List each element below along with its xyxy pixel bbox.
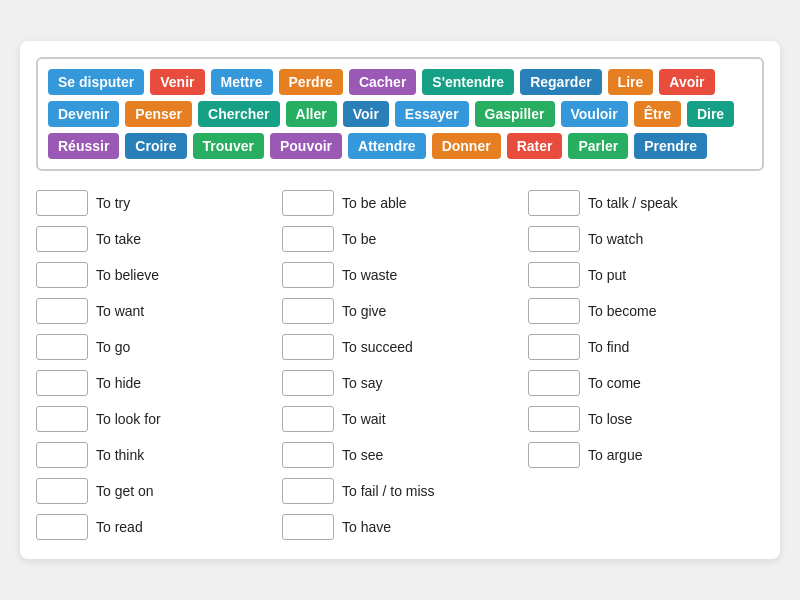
match-label: To have bbox=[342, 519, 391, 535]
match-row: To wait bbox=[282, 403, 518, 435]
drop-box[interactable] bbox=[528, 442, 580, 468]
word-chip[interactable]: Se disputer bbox=[48, 69, 144, 95]
word-chip[interactable]: Venir bbox=[150, 69, 204, 95]
word-chip[interactable]: Avoir bbox=[659, 69, 714, 95]
match-row: To give bbox=[282, 295, 518, 327]
drop-box[interactable] bbox=[528, 406, 580, 432]
word-chip[interactable]: Rater bbox=[507, 133, 563, 159]
word-chip[interactable]: Penser bbox=[125, 101, 192, 127]
word-chip[interactable]: Cacher bbox=[349, 69, 416, 95]
drop-box[interactable] bbox=[36, 334, 88, 360]
drop-box[interactable] bbox=[528, 370, 580, 396]
word-chip[interactable]: Vouloir bbox=[561, 101, 628, 127]
match-row: To believe bbox=[36, 259, 272, 291]
word-chip[interactable]: Attendre bbox=[348, 133, 426, 159]
match-row: To get on bbox=[36, 475, 272, 507]
match-label: To talk / speak bbox=[588, 195, 678, 211]
drop-box[interactable] bbox=[282, 514, 334, 540]
word-chip[interactable]: Lire bbox=[608, 69, 654, 95]
drop-box[interactable] bbox=[282, 298, 334, 324]
match-row: To be bbox=[282, 223, 518, 255]
word-chip[interactable]: Voir bbox=[343, 101, 389, 127]
drop-box[interactable] bbox=[282, 442, 334, 468]
drop-box[interactable] bbox=[282, 334, 334, 360]
word-chip[interactable]: Devenir bbox=[48, 101, 119, 127]
match-row: To read bbox=[36, 511, 272, 543]
match-row: To look for bbox=[36, 403, 272, 435]
match-column-3: To talk / speakTo watchTo putTo becomeTo… bbox=[528, 187, 764, 543]
drop-box[interactable] bbox=[528, 334, 580, 360]
match-label: To read bbox=[96, 519, 143, 535]
match-row: To fail / to miss bbox=[282, 475, 518, 507]
match-grid: To tryTo takeTo believeTo wantTo goTo hi… bbox=[36, 187, 764, 543]
drop-box[interactable] bbox=[36, 406, 88, 432]
match-label: To be bbox=[342, 231, 376, 247]
word-chip[interactable]: Essayer bbox=[395, 101, 469, 127]
match-row: To lose bbox=[528, 403, 764, 435]
match-row: To be able bbox=[282, 187, 518, 219]
match-label: To hide bbox=[96, 375, 141, 391]
word-chip[interactable]: Réussir bbox=[48, 133, 119, 159]
word-chip[interactable]: Croire bbox=[125, 133, 186, 159]
drop-box[interactable] bbox=[36, 442, 88, 468]
drop-box[interactable] bbox=[528, 262, 580, 288]
word-chip[interactable]: Parler bbox=[568, 133, 628, 159]
match-row: To argue bbox=[528, 439, 764, 471]
word-chip[interactable]: Mettre bbox=[211, 69, 273, 95]
match-row: To hide bbox=[36, 367, 272, 399]
word-chip[interactable]: Perdre bbox=[279, 69, 343, 95]
match-row: To watch bbox=[528, 223, 764, 255]
drop-box[interactable] bbox=[36, 298, 88, 324]
main-container: Se disputerVenirMettrePerdreCacherS'ente… bbox=[20, 41, 780, 559]
drop-box[interactable] bbox=[36, 370, 88, 396]
drop-box[interactable] bbox=[36, 190, 88, 216]
drop-box[interactable] bbox=[282, 406, 334, 432]
match-label: To come bbox=[588, 375, 641, 391]
match-label: To fail / to miss bbox=[342, 483, 435, 499]
drop-box[interactable] bbox=[528, 226, 580, 252]
word-chip[interactable]: Regarder bbox=[520, 69, 601, 95]
drop-box[interactable] bbox=[282, 478, 334, 504]
drop-box[interactable] bbox=[36, 262, 88, 288]
match-label: To think bbox=[96, 447, 144, 463]
match-label: To put bbox=[588, 267, 626, 283]
word-chip[interactable]: Donner bbox=[432, 133, 501, 159]
word-chip[interactable]: S'entendre bbox=[422, 69, 514, 95]
match-label: To waste bbox=[342, 267, 397, 283]
drop-box[interactable] bbox=[528, 298, 580, 324]
word-chip[interactable]: Prendre bbox=[634, 133, 707, 159]
match-row: To say bbox=[282, 367, 518, 399]
word-chip[interactable]: Trouver bbox=[193, 133, 264, 159]
word-chip[interactable]: Aller bbox=[286, 101, 337, 127]
match-label: To believe bbox=[96, 267, 159, 283]
match-label: To take bbox=[96, 231, 141, 247]
word-bank: Se disputerVenirMettrePerdreCacherS'ente… bbox=[36, 57, 764, 171]
match-row: To talk / speak bbox=[528, 187, 764, 219]
match-row: To find bbox=[528, 331, 764, 363]
drop-box[interactable] bbox=[282, 262, 334, 288]
word-chip[interactable]: Chercher bbox=[198, 101, 279, 127]
drop-box[interactable] bbox=[282, 190, 334, 216]
drop-box[interactable] bbox=[282, 226, 334, 252]
match-row: To come bbox=[528, 367, 764, 399]
match-label: To say bbox=[342, 375, 382, 391]
drop-box[interactable] bbox=[36, 514, 88, 540]
drop-box[interactable] bbox=[282, 370, 334, 396]
drop-box[interactable] bbox=[36, 478, 88, 504]
match-row: To think bbox=[36, 439, 272, 471]
match-row: To see bbox=[282, 439, 518, 471]
drop-box[interactable] bbox=[528, 190, 580, 216]
word-chip[interactable]: Gaspiller bbox=[475, 101, 555, 127]
word-chip[interactable]: Dire bbox=[687, 101, 734, 127]
match-label: To give bbox=[342, 303, 386, 319]
word-chip[interactable]: Pouvoir bbox=[270, 133, 342, 159]
match-column-1: To tryTo takeTo believeTo wantTo goTo hi… bbox=[36, 187, 272, 543]
match-label: To try bbox=[96, 195, 130, 211]
match-column-2: To be ableTo beTo wasteTo giveTo succeed… bbox=[282, 187, 518, 543]
match-label: To argue bbox=[588, 447, 642, 463]
drop-box[interactable] bbox=[36, 226, 88, 252]
match-label: To find bbox=[588, 339, 629, 355]
word-chip[interactable]: Être bbox=[634, 101, 681, 127]
match-label: To succeed bbox=[342, 339, 413, 355]
match-row: To want bbox=[36, 295, 272, 327]
